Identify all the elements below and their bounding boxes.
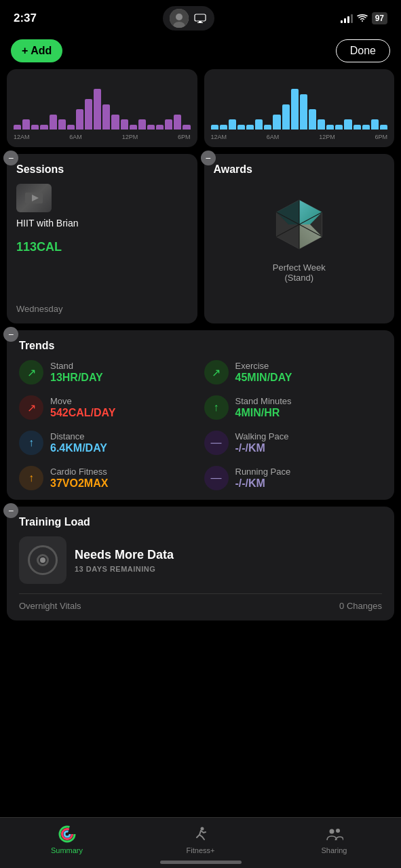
training-load-status: Needs More Data: [75, 548, 174, 562]
signal-icon: [341, 14, 353, 23]
tab-sharing[interactable]: Sharing: [267, 825, 401, 854]
chart-bar: [371, 119, 379, 130]
chart-bar: [344, 119, 351, 130]
main-content: 12AM 6AM 12PM 6PM 12AM 6AM 12PM 6PM − Se…: [0, 69, 401, 695]
apple-tv-icon: [193, 13, 208, 24]
awards-card: − Awards: [204, 154, 395, 323]
trend-text: Running Pace -/-/KM: [235, 467, 291, 490]
top-action-bar: + Add Done: [0, 34, 401, 69]
trend-label: Distance: [50, 431, 107, 441]
chart-bar: [102, 104, 110, 130]
sessions-card: − Sessions HIIT with Brian 113CAL Wednes…: [7, 154, 197, 323]
trend-item: ↗ Exercise 45MIN/DAY: [204, 360, 383, 384]
right-chart-labels: 12AM 6AM 12PM 6PM: [211, 134, 388, 140]
trend-up-right-arrow: ↗: [19, 360, 43, 384]
remove-sessions-button[interactable]: −: [3, 151, 18, 165]
avatar: [170, 9, 189, 28]
trend-up-arrow: ↑: [19, 431, 43, 455]
trend-item: ↑ Distance 6.4KM/DAY: [19, 431, 197, 455]
tab-summary[interactable]: Summary: [0, 825, 134, 854]
activity-rings-icon: [58, 825, 77, 844]
chart-bar: [318, 119, 325, 130]
session-calories: 113CAL: [16, 231, 188, 256]
session-name: HIIT with Brian: [16, 218, 188, 229]
tab-fitness-plus[interactable]: Fitness+: [134, 825, 267, 854]
svg-point-17: [336, 829, 340, 833]
session-thumbnail: [16, 184, 52, 212]
svg-point-16: [329, 829, 334, 834]
trend-dash-icon: —: [204, 431, 229, 455]
target-inner: [37, 554, 49, 566]
trend-item: — Walking Pace -/-/KM: [204, 431, 383, 455]
dynamic-island: [163, 6, 214, 31]
trends-title: Trends: [19, 340, 382, 352]
tab-summary-label: Summary: [51, 846, 83, 854]
trend-text: Stand Minutes 4MIN/HR: [235, 396, 292, 419]
chart-bar: [220, 125, 227, 130]
target-icon: [28, 545, 58, 575]
remove-awards-button[interactable]: −: [201, 151, 216, 165]
award-icon-container: [272, 197, 326, 252]
left-chart-area: [14, 82, 191, 130]
chart-bar: [121, 119, 128, 130]
trend-label: Exercise: [235, 361, 292, 371]
trend-label: Move: [50, 396, 115, 406]
chart-bar: [58, 119, 66, 130]
training-load-content: Needs More Data 13 DAYS REMAINING: [19, 536, 382, 584]
training-load-card: − Training Load Needs More Data 13 DAYS …: [7, 507, 394, 620]
trend-text: Walking Pace -/-/KM: [235, 431, 289, 454]
trend-up-arrow: ↑: [19, 466, 43, 490]
chart-bar: [326, 125, 334, 130]
chart-bar: [237, 125, 245, 130]
chart-bar: [165, 119, 172, 130]
awards-title: Awards: [214, 163, 253, 176]
award-name: Perfect Week (Stand): [273, 262, 326, 283]
chart-bar: [50, 115, 57, 130]
sessions-title: Sessions: [16, 163, 188, 176]
trend-value: -/-/KM: [235, 442, 289, 454]
svg-rect-5: [197, 22, 203, 23]
people-icon: [325, 825, 344, 844]
battery-level: 97: [375, 14, 384, 23]
trend-value: 37VO2MAX: [50, 477, 108, 490]
svg-point-1: [176, 14, 183, 20]
chart-cards-row: 12AM 6AM 12PM 6PM 12AM 6AM 12PM 6PM: [7, 69, 394, 147]
svg-rect-4: [199, 21, 202, 22]
chart-bar: [138, 119, 146, 130]
chart-bar: [14, 125, 21, 130]
tab-fitness-plus-label: Fitness+: [187, 846, 215, 854]
trend-item: ↑ Cardio Fitness 37VO2MAX: [19, 466, 197, 490]
done-button[interactable]: Done: [336, 39, 390, 62]
remove-trends-button[interactable]: −: [3, 327, 18, 342]
target-dot: [40, 557, 45, 563]
trend-up-arrow: ↑: [204, 395, 229, 420]
session-day: Wednesday: [16, 304, 62, 314]
trend-item: ↑ Stand Minutes 4MIN/HR: [204, 395, 383, 420]
trend-up-right-arrow: ↗: [204, 360, 229, 384]
status-bar: 2:37: [0, 0, 401, 34]
trend-text: Stand 13HR/DAY: [50, 361, 103, 384]
svg-rect-3: [195, 14, 206, 21]
left-chart-card: 12AM 6AM 12PM 6PM: [7, 69, 197, 147]
add-button[interactable]: + Add: [11, 39, 62, 62]
calories-unit: CAL: [37, 240, 62, 254]
battery-icon: 97: [372, 12, 387, 24]
tab-bar: Summary Fitness+ Sharing: [0, 817, 401, 868]
trends-card: − Trends ↗ Stand 13HR/DAY ↗ Exercise 45M…: [7, 330, 394, 500]
training-load-text: Needs More Data 13 DAYS REMAINING: [75, 548, 174, 573]
chart-bar: [183, 125, 190, 130]
chart-bar: [156, 125, 164, 130]
chart-bar: [94, 89, 101, 130]
chart-bar: [282, 104, 290, 130]
award-hexagon-icon: [272, 197, 326, 252]
chart-bar: [229, 119, 236, 130]
trend-text: Distance 6.4KM/DAY: [50, 431, 107, 454]
chart-bar: [40, 125, 47, 130]
chart-bar: [354, 125, 361, 130]
trend-value: 542CAL/DAY: [50, 407, 115, 419]
remove-training-button[interactable]: −: [3, 503, 18, 518]
chart-bar: [335, 125, 343, 130]
runner-icon: [191, 825, 210, 844]
calories-number: 113: [16, 240, 37, 254]
training-load-footer: Overnight Vitals 0 Changes: [19, 593, 382, 611]
